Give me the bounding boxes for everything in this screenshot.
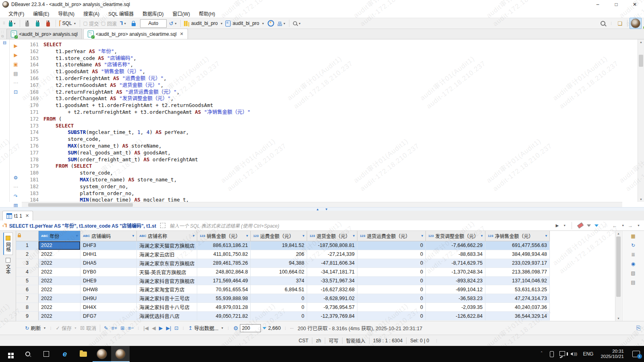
code-line-182[interactable]: 182 system_order_no, [22,183,622,190]
nav-forward-icon[interactable]: → [628,223,633,228]
taskbar-clock[interactable]: 20:312025/10/21 [601,349,624,359]
cell-r9-c8[interactable]: 36,544,329.14 [485,312,550,321]
export-data-button[interactable]: ↥导出数据...▼ [188,324,224,332]
open-perspective-icon[interactable]: ❏ [615,19,625,28]
clear-filter-icon[interactable] [577,222,584,228]
column-sort-caret-icon[interactable]: ▼ [302,234,305,238]
fetch-size-input[interactable]: 200 [240,324,261,332]
menu-item-6[interactable]: 窗口(W) [168,9,194,18]
tab-analysis-cleartime-sql[interactable]: <audit_bi_pro> analysis_cleartime.sql ✕ [83,29,188,39]
cell-r4-c4[interactable]: 100,664.02 [251,268,307,277]
execute-new-tab-icon[interactable]: ▶ [12,52,19,58]
save-button[interactable]: ✓保存▼ [56,324,76,332]
db-navigator-icon[interactable]: ⊟ [3,40,6,45]
panel-value-icon[interactable]: ≣ [631,252,635,257]
execute-statement-icon[interactable]: ▶ [12,43,19,49]
table-row-6[interactable]: 62022DHW8海澜之家淘宝官方店70,951,655.546,894.51-… [16,285,550,294]
lock-icon[interactable] [129,19,138,28]
delete-row-icon[interactable]: ≡− [128,325,134,331]
cell-r6-c5[interactable]: -16,627,832.68 [307,285,357,294]
grid-corner-lock[interactable] [16,231,39,241]
cell-r6-c6[interactable]: 0 [357,285,426,294]
menu-item-4[interactable]: SQL 编辑器 [104,9,138,18]
cell-r3-c2[interactable]: 海澜之家京东官方旗舰店 [137,259,197,268]
cell-r9-c7[interactable]: -126,622.84 [426,312,485,321]
cell-r8-c7[interactable]: -2,039.35 [426,303,485,312]
table-row-1[interactable]: 12022DHF3海澜之家天猫官方旗舰店886,613,186.2119,841… [16,241,550,250]
toolbar-search-button[interactable]: ▼ [292,19,302,28]
row-number[interactable]: 7 [16,294,39,303]
last-row-icon[interactable]: ▶| [166,325,171,331]
code-line-168[interactable]: 168 t2.returnFreightAmt AS "退货运费金额（元）", [22,89,622,96]
cell-r5-c1[interactable]: DHE9 [80,277,137,286]
code-area[interactable]: 161SELECT162 t1.perYear AS "年份",163 t1.s… [22,39,622,204]
cell-r6-c2[interactable]: 海澜之家淘宝官方店 [137,285,197,294]
cell-r7-c0[interactable]: 2022 [39,294,80,303]
cell-r3-c0[interactable]: 2022 [39,259,80,268]
code-line-175[interactable]: 175 store_code, [22,136,622,143]
ie-browser-icon[interactable]: e [56,346,74,362]
prev-row-icon[interactable]: ◀ [152,325,156,331]
row-number[interactable]: 3 [16,259,39,268]
grid-settings-gear-icon[interactable]: ⚙ [233,325,239,331]
cell-r5-c0[interactable]: 2022 [39,277,80,286]
first-row-icon[interactable]: |◀ [143,325,149,331]
transaction-log-button[interactable]: Ꞁ▼ [118,19,128,28]
code-line-183[interactable]: 183 platform_order_no, [22,190,622,197]
cell-r1-c3[interactable]: 886,613,186.21 [197,241,251,250]
network-profile-button[interactable]: 品▼ [277,19,287,28]
cancel-button[interactable]: ☒取消 [80,324,96,332]
menu-item-2[interactable]: 导航(N) [54,9,79,18]
grid-vscrollbar[interactable]: ▲▼ [615,231,621,321]
menu-item-5[interactable]: 数据库(D) [138,9,168,18]
code-line-173[interactable]: 173 SELECT [22,123,622,130]
view-tab-text[interactable]: 文本 [4,255,12,277]
cell-r6-c3[interactable]: 70,951,655.54 [197,285,251,294]
menu-item-0[interactable]: 文件(F) [4,9,29,18]
cell-r1-c5[interactable]: -187,508,808.81 [307,241,357,250]
cell-r1-c8[interactable]: 691,477,556.63 [485,241,550,250]
open-console-icon[interactable]: ↷ [12,193,19,200]
cell-r7-c2[interactable]: 海澜之家抖音十三号店 [137,294,197,303]
column-sort-caret-icon[interactable]: ▼ [421,234,424,238]
column-header-7[interactable]: 123发货调整金额（元）▼ [426,231,485,241]
global-search-icon[interactable] [598,19,608,28]
column-header-8[interactable]: 123净销售金额（元）▼ [485,231,550,241]
execute-script-icon[interactable]: ▣ [12,61,19,68]
code-line-171[interactable]: 171 + t2.returnFreightAmt + t3.orderChan… [22,109,622,116]
editor-vscrollbar[interactable]: ▲ ▼ [638,39,644,202]
cell-r4-c2[interactable]: 天猫-英氏官方旗舰店 [137,268,197,277]
cell-r5-c7[interactable]: -893,824.23 [426,277,485,286]
cell-r5-c2[interactable]: 海澜之家抖音官方旗舰店 [137,277,197,286]
input-language[interactable]: ENG [583,351,593,357]
row-number[interactable]: 4 [16,268,39,277]
tray-volume-icon[interactable]: ))) [568,346,580,362]
cell-r1-c7[interactable]: -7,646,662.29 [426,241,485,250]
cell-r1-c1[interactable]: DHF3 [80,241,137,250]
code-line-179[interactable]: 179 FROM (SELECT [22,163,622,170]
cell-r6-c7[interactable]: -699,104.12 [426,285,485,294]
cell-r4-c1[interactable]: DYB0 [80,268,137,277]
tx-history-button[interactable]: ↺▼ [168,19,178,28]
cell-r8-c2[interactable]: 海澜之家抖音十八号店 [137,303,197,312]
row-number[interactable]: 5 [16,277,39,286]
rollback-button[interactable]: ▢ 回滚 [100,19,118,28]
cell-r9-c0[interactable]: 2022 [39,312,80,321]
cell-r7-c8[interactable]: 47,274,314.73 [485,294,550,303]
dashboard-icon[interactable] [266,19,276,28]
column-header-3[interactable]: 123销售金额（元）▼ [197,231,251,241]
cell-r3-c6[interactable]: 0 [357,259,426,268]
sql-editor[interactable]: ⊟ ▶▶▣▤⋯⊡⚙⋯↷▥▮ 161SELECT162 t1.perYear AS… [0,39,644,202]
settings-gear-icon[interactable]: ⚙ [12,175,19,181]
code-line-166[interactable]: 166 t1.orderFreightAmt AS "运费金额（元）", [22,75,622,82]
query-log-icon[interactable]: ⊡ [12,89,19,95]
cell-r4-c0[interactable]: 2022 [39,268,80,277]
cell-r7-c5[interactable]: -8,628,991.02 [307,294,357,303]
code-line-167[interactable]: 167 t2.returnGoodsAmt AS "退货金额（元）", [22,82,622,89]
column-header-5[interactable]: 123退货金额（元）▼ [307,231,357,241]
cell-r3-c3[interactable]: 289,461,785.26 [197,259,251,268]
cell-r3-c8[interactable]: 233,029,937.17 [485,259,550,268]
nav-back-icon[interactable]: ← [612,223,617,228]
column-header-4[interactable]: 123运费金额（元）▼ [251,231,307,241]
editor-hscrollbar[interactable] [22,202,622,208]
